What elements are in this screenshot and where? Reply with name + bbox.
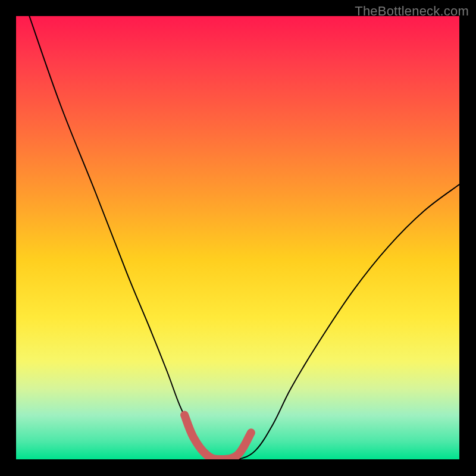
plot-area [16, 16, 459, 459]
chart-svg [16, 16, 459, 459]
watermark-text: TheBottleneck.com [355, 4, 469, 19]
chart-stage: TheBottleneck.com [0, 0, 476, 476]
bottom-highlight [184, 415, 251, 460]
bottleneck-curve [29, 16, 459, 459]
